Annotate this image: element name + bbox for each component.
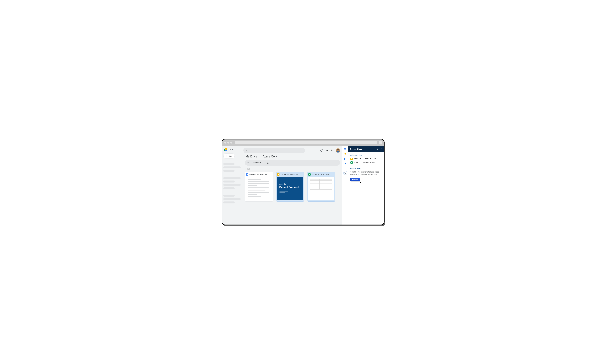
selection-count: 2 selected	[251, 162, 261, 164]
drive-sidebar: Drive New	[222, 146, 242, 224]
secure-share-addon-icon[interactable]	[344, 171, 347, 175]
file-preview	[308, 177, 334, 200]
selected-file-name: Acme Co. - Financial Report	[354, 162, 376, 164]
file-card[interactable]: Acme Co. - Financial R... ⋮	[307, 172, 335, 202]
svg-point-9	[331, 151, 331, 151]
download-button[interactable]	[267, 162, 269, 164]
secure-share-panel: Secure Share ⋮ Selected Files Acme Co. -…	[348, 146, 384, 224]
svg-point-11	[333, 151, 333, 151]
encrypt-button-label: Encrypt	[352, 179, 358, 181]
url-bar[interactable]	[235, 141, 377, 144]
browser-window: Drive New	[222, 139, 385, 225]
traffic-lights	[224, 142, 232, 143]
browser-chrome	[222, 140, 384, 146]
file-cards: Acme Co. - Credentials ⋮	[245, 172, 340, 202]
panel-more-icon[interactable]: ⋮	[377, 148, 378, 150]
new-button-label: New	[229, 155, 232, 157]
panel-close-icon[interactable]	[380, 148, 382, 150]
clear-selection-button[interactable]	[247, 162, 249, 164]
docs-icon	[246, 173, 248, 176]
slides-icon	[350, 158, 353, 160]
file-card[interactable]: Acme Co. - Credentials ⋮	[245, 172, 273, 202]
sidebar-item[interactable]	[223, 177, 241, 179]
svg-point-3	[331, 150, 331, 150]
selected-file-row: Acme Co. - Budget Proposal	[350, 158, 382, 160]
add-addon-icon[interactable]	[344, 177, 347, 180]
slide-headline: Budget Proposal	[279, 186, 301, 189]
help-icon[interactable]: ?	[320, 149, 323, 152]
svg-text:31: 31	[345, 148, 346, 149]
svg-text:?: ?	[321, 150, 322, 151]
more-icon[interactable]: ⋮	[301, 173, 303, 175]
caret-down-icon: ▾	[276, 156, 277, 157]
search-input[interactable]	[243, 148, 305, 153]
breadcrumb-folder[interactable]: Acme Co ▾	[263, 155, 277, 158]
search-icon	[245, 149, 248, 152]
svg-rect-17	[344, 148, 346, 148]
files-section-label: Files	[245, 168, 340, 170]
selected-file-name: Acme Co. - Budget Proposal	[354, 158, 376, 160]
main-content: ? My Drive	[242, 146, 342, 224]
panel-title: Secure Share	[350, 148, 375, 150]
contacts-icon[interactable]	[344, 163, 347, 166]
traffic-light-zoom[interactable]	[230, 142, 232, 143]
svg-rect-13	[337, 151, 339, 153]
chevron-right-icon	[259, 155, 261, 158]
sheets-icon	[308, 173, 310, 176]
svg-rect-19	[345, 155, 346, 155]
file-title: Acme Co. - Credentials	[249, 173, 269, 175]
sidebar-item[interactable]	[223, 201, 235, 203]
account-avatar[interactable]	[336, 148, 340, 153]
svg-point-8	[333, 150, 333, 151]
keep-icon[interactable]	[344, 152, 347, 155]
sidebar-item[interactable]	[223, 195, 235, 196]
tasks-icon[interactable]	[344, 157, 347, 160]
file-card[interactable]: Acme Co. - Budget Pro... ⋮ Acme Co. Budg…	[276, 172, 304, 202]
selection-bar: 2 selected	[245, 160, 340, 166]
breadcrumb-folder-label: Acme Co	[263, 155, 275, 158]
gear-icon[interactable]	[325, 149, 328, 152]
more-icon[interactable]: ⋮	[332, 173, 334, 175]
svg-point-21	[345, 163, 346, 164]
breadcrumb-root[interactable]: My Drive	[245, 155, 257, 158]
drive-brand-label: Drive	[229, 148, 235, 151]
drive-logo-icon	[224, 148, 228, 151]
file-preview: Acme Co. Budget Proposal	[277, 177, 303, 200]
slides-icon	[277, 173, 280, 176]
cursor-icon	[360, 181, 362, 183]
svg-point-4	[332, 150, 332, 150]
calendar-icon[interactable]: 31	[344, 147, 347, 150]
drive-brand[interactable]: Drive	[223, 148, 241, 151]
sidebar-item[interactable]	[223, 198, 241, 200]
sidebar-item[interactable]	[223, 167, 241, 169]
panel-header: Secure Share ⋮	[348, 146, 384, 152]
browser-menu[interactable]	[378, 141, 382, 144]
apps-grid-icon[interactable]	[331, 149, 333, 152]
sidebar-item[interactable]	[223, 187, 235, 189]
sidebar-item[interactable]	[223, 181, 235, 182]
addon-rail: 31	[342, 146, 348, 224]
secure-share-description: Your files will be encrypted and made av…	[350, 171, 382, 176]
sidebar-item[interactable]	[223, 170, 235, 172]
plus-icon	[226, 155, 228, 157]
svg-point-7	[332, 150, 332, 151]
secure-share-heading: Secure Share	[350, 167, 382, 169]
new-button[interactable]: New	[223, 154, 235, 158]
selected-file-row: Acme Co. - Financial Report	[350, 161, 382, 164]
svg-point-6	[331, 150, 331, 151]
sheets-icon	[350, 161, 353, 164]
breadcrumb: My Drive Acme Co ▾	[245, 155, 340, 158]
traffic-light-close[interactable]	[224, 142, 226, 143]
file-preview	[246, 177, 272, 200]
panel-divider	[350, 165, 382, 165]
more-icon[interactable]: ⋮	[270, 173, 272, 175]
svg-point-10	[332, 151, 332, 151]
traffic-light-minimize[interactable]	[227, 142, 229, 143]
file-title: Acme Co. - Financial R...	[311, 173, 331, 175]
sidebar-item[interactable]	[223, 184, 241, 186]
svg-point-5	[333, 150, 333, 150]
sidebar-item[interactable]	[223, 163, 235, 165]
encrypt-button[interactable]: Encrypt	[350, 178, 360, 181]
file-title: Acme Co. - Budget Pro...	[281, 173, 300, 175]
selected-files-heading: Selected Files	[350, 154, 382, 156]
